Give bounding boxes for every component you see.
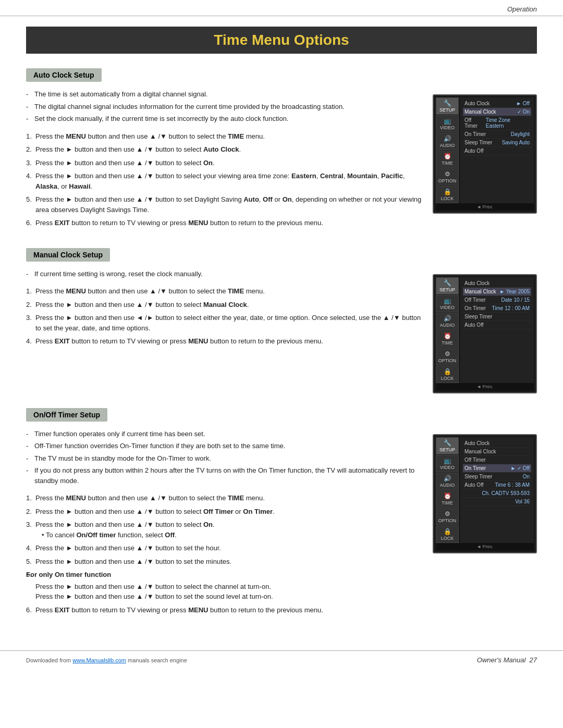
bullet-item: Set the clock manually, if the current t…: [26, 114, 422, 124]
sidebar-setup: 🔧SETUP: [436, 437, 459, 454]
footer-page: Owner's Manual 27: [477, 656, 537, 664]
sidebar-time: ⏰TIME: [436, 330, 459, 348]
bullet-item: If you do not press any button within 2 …: [26, 465, 422, 486]
tv-menu-row: 🔧SETUP 📺VIDEO 🔊AUDIO ⏰TIME ⚙OPTION 🔒LOCK…: [436, 277, 534, 383]
bullet-item: The digital channel signal includes info…: [26, 102, 422, 112]
sidebar-audio: 🔊AUDIO: [436, 473, 459, 490]
auto-clock-bullets: The time is set automatically from a dig…: [26, 89, 422, 124]
step-item: Press the ► button and then use ▲ /▼ but…: [26, 158, 422, 168]
step-item: Press the MENU button and then use ▲ /▼ …: [26, 286, 422, 297]
sidebar-video: 📺VIDEO: [436, 455, 459, 472]
sidebar-lock: 🔒LOCK: [436, 366, 459, 383]
manual-clock-bullets: If current time setting is wrong, reset …: [26, 269, 422, 279]
footer-download-link[interactable]: www.Manualslib.com: [72, 657, 126, 663]
menu-item-manual-clock: Manual Clock: [463, 448, 531, 456]
tv-menu-sidebar: 🔧SETUP 📺VIDEO 🔊AUDIO ⏰TIME ⚙OPTION 🔒LOCK: [436, 277, 459, 383]
menu-item-auto-clock: Auto Clock: [463, 279, 531, 288]
manual-clock-section: Manual Clock Setup If current time setti…: [26, 248, 537, 393]
menu-item-sleep-timer: Sleep TimerSaving Auto: [463, 139, 531, 147]
menu-item-off-timer: Off TimerTime Zone Eastern: [463, 116, 531, 130]
menu-item-on-timer: On TimerDaylight: [463, 130, 531, 139]
sidebar-setup: 🔧SETUP: [436, 277, 459, 294]
onoff-timer-menu-image: 🔧SETUP 📺VIDEO 🔊AUDIO ⏰TIME ⚙OPTION 🔒LOCK…: [433, 429, 537, 553]
bullet-item: The time is set automatically from a dig…: [26, 89, 422, 100]
auto-clock-heading: Auto Clock Setup: [26, 68, 102, 82]
sidebar-time: ⏰TIME: [436, 490, 459, 508]
footer-page-number: 27: [530, 656, 537, 664]
menu-item-auto-off: Auto Off: [463, 147, 531, 155]
tv-menu-sidebar: 🔧SETUP 📺VIDEO 🔊AUDIO ⏰TIME ⚙OPTION 🔒LOCK: [436, 97, 459, 203]
sidebar-option: ⚙OPTION: [436, 168, 459, 186]
tv-menu-row: 🔧SETUP 📺VIDEO 🔊AUDIO ⏰TIME ⚙OPTION 🔒LOCK…: [436, 97, 534, 203]
manual-clock-menu-image: 🔧SETUP 📺VIDEO 🔊AUDIO ⏰TIME ⚙OPTION 🔒LOCK…: [433, 269, 537, 393]
step-item: Press the ► button and then use ▲ /▼ but…: [26, 557, 422, 567]
menu-item-ch: Ch. CADTV 593-593: [463, 489, 531, 498]
onoff-timer-section: On/Off Timer Setup Timer function operat…: [26, 408, 537, 621]
tv-menu-main: Auto Clock Manual Clock► Year 2005 Off T…: [460, 277, 534, 383]
auto-clock-steps: Press the MENU button and then use ▲ /▼ …: [26, 131, 422, 228]
tv-menu-footer: ◄ Prev.: [436, 383, 534, 390]
tv-menu-manual-clock: 🔧SETUP 📺VIDEO 🔊AUDIO ⏰TIME ⚙OPTION 🔒LOCK…: [433, 274, 537, 393]
step-item: Press EXIT button to return to TV viewin…: [26, 605, 422, 615]
menu-item-auto-clock: Auto Clock: [463, 439, 531, 448]
menu-item-sleep-timer: Sleep TimerOn: [463, 473, 531, 481]
bullet-item: Timer function operates only if current …: [26, 429, 422, 439]
onoff-timer-bullets: Timer function operates only if current …: [26, 429, 422, 486]
tv-menu-main: Auto Clock► Off Manual Clock✓ On Off Tim…: [460, 97, 534, 203]
tv-menu-row: 🔧SETUP 📺VIDEO 🔊AUDIO ⏰TIME ⚙OPTION 🔒LOCK…: [436, 437, 534, 543]
sidebar-setup: 🔧SETUP: [436, 97, 459, 115]
step-item: Press the ► button and then use ▲ /▼ but…: [26, 300, 422, 310]
footer-page-label: Owner's Manual: [477, 656, 526, 664]
sidebar-option: ⚙OPTION: [436, 508, 459, 525]
step-item: Press the ► button and then use ▲ /▼ but…: [26, 194, 422, 215]
main-content: Time Menu Options Auto Clock Setup The t…: [0, 16, 563, 645]
tv-menu-footer: ◄ Prev.: [436, 203, 534, 211]
step-item: Press EXIT button to return to TV viewin…: [26, 336, 422, 347]
step-item: Press the ► button and then use ▲ /▼ but…: [26, 171, 422, 191]
step-item: Press the ► button and then use ▲ /▼ but…: [26, 520, 422, 540]
header-operation-label: Operation: [507, 5, 537, 13]
page-footer: Downloaded from www.Manualslib.com manua…: [0, 650, 563, 669]
footer-download-end: manuals search engine: [126, 657, 187, 663]
step-item: Press the ► button and then use ◄ /► but…: [26, 313, 422, 333]
tv-menu-auto-clock: 🔧SETUP 📺VIDEO 🔊AUDIO ⏰TIME ⚙OPTION 🔒LOCK…: [433, 94, 537, 214]
sidebar-video: 📺VIDEO: [436, 295, 459, 312]
menu-item-vol: Vol 36: [463, 498, 531, 506]
header-bar: Operation: [0, 0, 563, 16]
menu-item-on-timer: On TimerTime 12 : 00 AM: [463, 304, 531, 313]
manual-clock-steps: Press the MENU button and then use ▲ /▼ …: [26, 286, 422, 347]
sidebar-time: ⏰TIME: [436, 151, 459, 168]
footer-download: Downloaded from www.Manualslib.com manua…: [26, 657, 187, 663]
bullet-item: If current time setting is wrong, reset …: [26, 269, 422, 279]
menu-item-auto-off: Auto Off: [463, 321, 531, 329]
bullet-item: Off-Timer function overrides On-Timer fu…: [26, 441, 422, 451]
bullet-item: The TV must be in standby mode for the O…: [26, 453, 422, 464]
menu-item-manual-clock: Manual Clock✓ On: [463, 108, 531, 116]
menu-item-on-timer: On Timer► ✓ Off: [463, 464, 531, 473]
step-item: Press the ► button and then use ▲ /▼ but…: [26, 507, 422, 517]
auto-clock-menu-image: 🔧SETUP 📺VIDEO 🔊AUDIO ⏰TIME ⚙OPTION 🔒LOCK…: [433, 89, 537, 214]
footer-download-text: Downloaded from: [26, 657, 72, 663]
tv-menu-sidebar: 🔧SETUP 📺VIDEO 🔊AUDIO ⏰TIME ⚙OPTION 🔒LOCK: [436, 437, 459, 543]
onoff-timer-text: Timer function operates only if current …: [26, 429, 422, 621]
step-item: Press the MENU button and then use ▲ /▼ …: [26, 131, 422, 142]
menu-item-off-timer: Off Timer: [463, 456, 531, 464]
manual-clock-heading: Manual Clock Setup: [26, 248, 110, 262]
manual-clock-text: If current time setting is wrong, reset …: [26, 269, 422, 352]
tv-menu-onoff-timer: 🔧SETUP 📺VIDEO 🔊AUDIO ⏰TIME ⚙OPTION 🔒LOCK…: [433, 434, 537, 553]
auto-clock-body: The time is set automatically from a dig…: [26, 89, 537, 233]
onoff-timer-steps: Press the MENU button and then use ▲ /▼ …: [26, 493, 422, 615]
tv-menu-footer: ◄ Prev.: [436, 543, 534, 550]
onoff-timer-body: Timer function operates only if current …: [26, 429, 537, 621]
sidebar-audio: 🔊AUDIO: [436, 313, 459, 330]
menu-item-off-timer: Off TimerDate 10 / 15: [463, 296, 531, 304]
page-title: Time Menu Options: [26, 27, 537, 54]
step-item: Press the ► button and then use ▲ /▼ but…: [26, 144, 422, 155]
sidebar-video: 📺VIDEO: [436, 115, 459, 132]
sidebar-lock: 🔒LOCK: [436, 186, 459, 203]
menu-item-sleep-timer: Sleep Timer: [463, 313, 531, 321]
menu-item-auto-off: Auto OffTime 6 : 38 AM: [463, 481, 531, 489]
step-item: Press the ► button and then use ▲ /▼ but…: [26, 543, 422, 553]
auto-clock-text: The time is set automatically from a dig…: [26, 89, 422, 233]
auto-clock-section: Auto Clock Setup The time is set automat…: [26, 68, 537, 233]
